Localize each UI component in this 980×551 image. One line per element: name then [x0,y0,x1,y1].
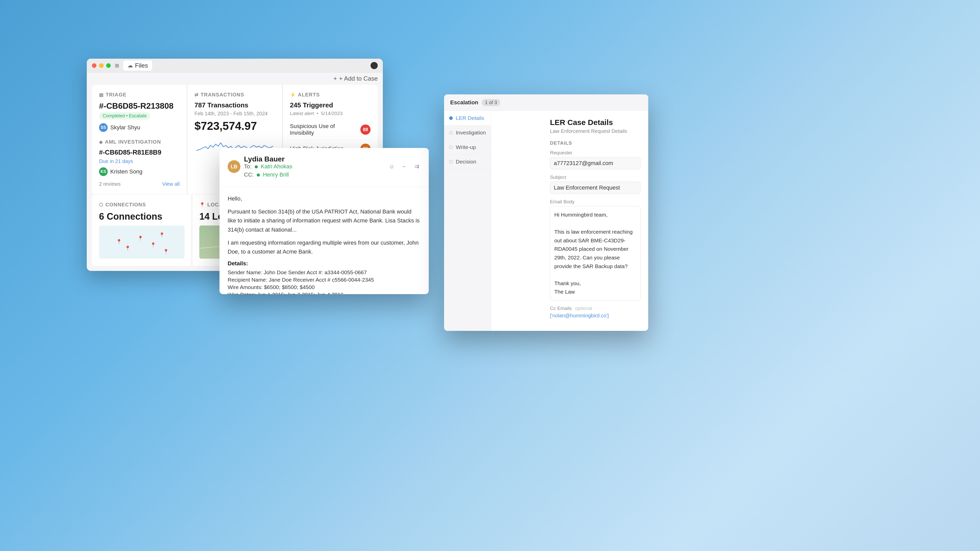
email-online-dot [255,165,258,168]
ler-email-line4: The Law [554,287,636,296]
close-button[interactable] [92,63,97,68]
alerts-count: 245 Triggered [290,101,371,109]
reviews-footer: 2 reviews View all [99,181,180,187]
conn-node-3: 📍 [159,232,165,238]
ler-escalation-label: Escalation [450,99,478,106]
conn-node-5: 📍 [116,239,122,245]
ler-email-line1: Hi Hummingbird team, [554,210,636,219]
emoji-button[interactable]: ☺ [387,162,396,171]
aml-header: ◈ AML INVESTIGATION [99,139,180,145]
ler-nav-tabs: LER Details Investigation Write-up Decis… [444,111,491,331]
add-case-icon: + [334,75,337,82]
alert-1-badge: 88 [360,124,371,135]
ler-body-area: LER Case Details Law Enforcement Request… [542,111,648,331]
email-detail-dates: Wire Dates: Jun-1 2015; Jun-2 2015; Jun-… [228,292,421,294]
email-recipient-name: Katri Ahokas [261,163,293,170]
forward-button[interactable]: ⇉ [413,162,421,171]
aml-avatar: KS [99,167,108,176]
email-detail-sender: Sender Name: John Doe Sender Acct #: a33… [228,269,421,275]
window-controls [92,63,111,68]
transactions-icon: ⇄ [194,92,199,98]
connections-card: ⬡ CONNECTIONS 6 Connections 📍 📍 📍 📍 📍 📍 [92,195,192,266]
ler-tab-decision[interactable]: Decision [444,155,491,169]
ler-tab-label-3: Write-up [456,144,476,150]
aml-case-id[interactable]: #-CB6D85-R81E8B9 [99,148,180,156]
ler-subject-field: Subject Law Enforcement Request [550,175,641,194]
email-sender-avatar: LB [228,160,240,173]
ler-cc-label: Cc Emails optional [550,306,641,311]
ler-tab-dot-1 [449,116,453,120]
connections-label: CONNECTIONS [105,202,146,208]
ler-tab-writeup[interactable]: Write-up [444,140,491,155]
ler-panel-inner: LER Details Investigation Write-up Decis… [444,111,648,331]
ler-cc-field: Cc Emails optional ['nolan@hummingbird.c… [550,306,641,319]
email-cc-person: Henry Brill [263,171,289,178]
triage-avatar: SS [99,123,108,132]
email-popup: LB Lydia Bauer To: Katri Ahokas CC: Henr… [220,148,429,294]
aml-initials: KS [100,169,106,174]
triage-case-id[interactable]: #-CB6D85-R213808 [99,101,180,111]
email-greeting: Hello, [228,194,421,203]
view-all-link[interactable]: View all [162,181,180,187]
connections-header: ⬡ CONNECTIONS [99,202,185,208]
ler-email-body-field: Email Body Hi Hummingbird team, This is … [550,199,641,300]
aml-due-label: Due in 21 days [99,159,180,164]
ler-badge: 1 of 3 [482,99,500,106]
triage-icon: ▤ [99,92,103,98]
tab-label: Files [135,62,148,69]
ler-tab-label-4: Decision [456,159,476,165]
ler-details-section: DETAILS [550,140,641,146]
connections-icon: ⬡ [99,202,103,208]
ler-panel: Escalation 1 of 3 LER Details Investigat… [444,94,648,331]
email-to-label: To: [244,163,251,170]
connections-count: 6 Connections [99,211,185,222]
add-to-case-area: + + Add to Case [87,73,383,85]
alert-1-label: Suspicious Use of Invisibility [290,123,360,136]
triage-assignee-name: Skylar Shyu [110,124,140,131]
conn-node-4: 📍 [125,245,130,251]
files-tab[interactable]: ☁ Files [123,60,152,71]
conn-node-2: 📍 [150,242,156,248]
triage-assignee-row: SS Skylar Shyu [99,123,180,132]
email-cc-label: CC: [244,171,254,178]
ler-subject-label: Subject [550,175,641,180]
ler-tab-investigation[interactable]: Investigation [444,125,491,140]
ler-tab-label-1: LER Details [456,115,484,121]
email-cc-row: CC: Henry Brill [244,171,384,178]
conn-node-6: 📍 [163,249,169,254]
ler-requester-label: Requester [550,150,641,156]
transactions-header: ⇄ TRANSACTIONS [194,92,275,98]
latest-label-text: Latest alert [290,111,314,116]
ler-tab-ler-details[interactable]: LER Details [444,111,491,125]
ler-cc-emails-label: Cc Emails [550,306,572,311]
reviews-count: 2 reviews [99,181,121,187]
locations-icon: 📍 [199,202,205,208]
email-detail-recipient: Recipient Name: Jane Doe Receiver Acct #… [228,277,421,283]
email-para1: Pursuant to Section 314(b) of the USA PA… [228,207,421,234]
aml-section: ◈ AML INVESTIGATION #-CB6D85-R81E8B9 Due… [99,139,180,187]
triage-card: ▤ TRIAGE #-CB6D85-R213808 Completed • Es… [92,85,187,194]
alerts-header: ⚡ ALERTS [290,92,371,98]
alert-item-1: Suspicious Use of Invisibility 88 [290,119,371,140]
alerts-icon: ⚡ [290,92,296,98]
ler-cc-email-value: ['nolan@hummingbird.co'] [550,313,641,319]
add-case-button[interactable]: + Add to Case [339,75,378,82]
aml-label: AML INVESTIGATION [105,139,161,145]
reply-button[interactable]: ← [400,162,409,171]
ler-subject-value: Law Enforcement Request [550,182,641,194]
ler-requester-field: Requester a77723127@gmail.com [550,150,641,169]
minimize-button[interactable] [99,63,103,68]
ler-cc-optional-text: optional [575,306,592,311]
ler-tab-dot-4 [449,160,453,164]
email-cc-online-dot [257,173,260,176]
ler-main-title: LER Case Details [550,118,641,127]
ler-email-body-label: Email Body [550,199,641,205]
email-header: LB Lydia Bauer To: Katri Ahokas CC: Henr… [220,148,429,187]
maximize-button[interactable] [106,63,111,68]
ler-requester-value: a77723127@gmail.com [550,157,641,169]
latest-date-text: 5/14/2023 [321,111,343,116]
triage-initials: SS [100,125,106,130]
email-sender-name: Lydia Bauer [244,155,384,163]
window-action-button[interactable] [371,62,378,69]
cloud-icon: ☁ [127,62,133,69]
